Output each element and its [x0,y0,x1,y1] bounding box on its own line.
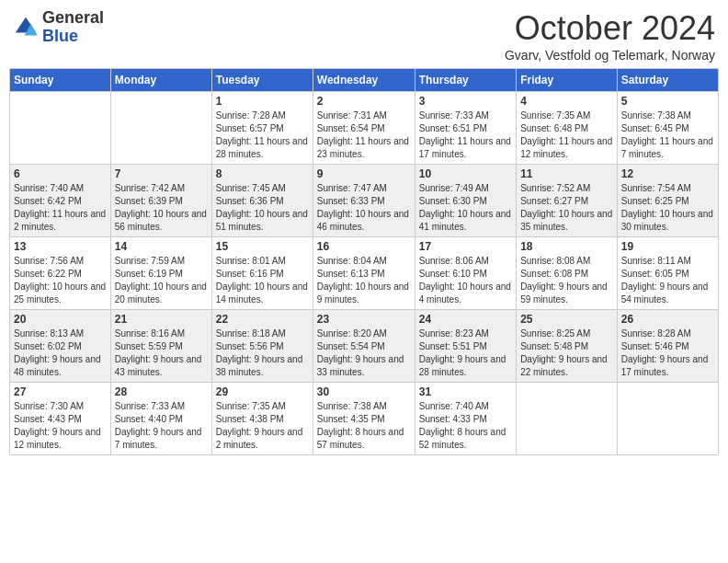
month-title: October 2024 [505,9,715,48]
day-number: 23 [317,313,411,326]
calendar-cell [617,383,718,455]
day-number: 8 [216,167,309,180]
day-number: 25 [520,313,613,326]
day-number: 17 [419,240,512,253]
calendar-cell: 4Sunrise: 7:35 AM Sunset: 6:48 PM Daylig… [517,92,618,165]
calendar-cell: 3Sunrise: 7:33 AM Sunset: 6:51 PM Daylig… [415,92,516,165]
calendar-cell: 15Sunrise: 8:01 AM Sunset: 6:16 PM Dayli… [211,237,313,310]
calendar-cell: 28Sunrise: 7:33 AM Sunset: 4:40 PM Dayli… [110,383,211,455]
calendar-cell: 23Sunrise: 8:20 AM Sunset: 5:54 PM Dayli… [313,310,415,383]
day-info: Sunrise: 7:33 AM Sunset: 4:40 PM Dayligh… [115,400,208,452]
calendar-cell: 6Sunrise: 7:40 AM Sunset: 6:42 PM Daylig… [10,165,111,237]
day-info: Sunrise: 8:06 AM Sunset: 6:10 PM Dayligh… [419,255,512,306]
day-info: Sunrise: 8:28 AM Sunset: 5:46 PM Dayligh… [621,327,714,379]
calendar-cell [517,383,618,455]
calendar-table: SundayMondayTuesdayWednesdayThursdayFrid… [9,68,719,455]
day-number: 31 [419,385,512,398]
calendar-cell [10,92,111,165]
day-number: 3 [419,95,512,108]
day-number: 22 [216,313,309,326]
calendar-cell: 24Sunrise: 8:23 AM Sunset: 5:51 PM Dayli… [415,310,516,383]
calendar-cell: 10Sunrise: 7:49 AM Sunset: 6:30 PM Dayli… [415,165,516,237]
day-info: Sunrise: 7:45 AM Sunset: 6:36 PM Dayligh… [216,182,309,234]
day-number: 28 [115,385,208,398]
calendar-week-row: 13Sunrise: 7:56 AM Sunset: 6:22 PM Dayli… [10,237,719,310]
day-info: Sunrise: 7:35 AM Sunset: 6:48 PM Dayligh… [520,109,613,161]
day-number: 1 [216,95,309,108]
day-info: Sunrise: 7:54 AM Sunset: 6:25 PM Dayligh… [621,182,714,234]
calendar-cell: 21Sunrise: 8:16 AM Sunset: 5:59 PM Dayli… [110,310,211,383]
day-info: Sunrise: 7:59 AM Sunset: 6:19 PM Dayligh… [115,255,208,306]
calendar-cell: 14Sunrise: 7:59 AM Sunset: 6:19 PM Dayli… [110,237,211,310]
calendar-cell: 20Sunrise: 8:13 AM Sunset: 6:02 PM Dayli… [10,310,111,383]
calendar-cell: 31Sunrise: 7:40 AM Sunset: 4:33 PM Dayli… [415,383,516,455]
day-number: 19 [621,240,714,253]
calendar-cell: 11Sunrise: 7:52 AM Sunset: 6:27 PM Dayli… [517,165,618,237]
calendar-week-row: 1Sunrise: 7:28 AM Sunset: 6:57 PM Daylig… [10,92,719,165]
title-section: October 2024 Gvarv, Vestfold og Telemark… [505,9,715,63]
logo-icon [13,15,39,40]
calendar-cell: 1Sunrise: 7:28 AM Sunset: 6:57 PM Daylig… [211,92,313,165]
day-info: Sunrise: 8:01 AM Sunset: 6:16 PM Dayligh… [216,255,309,306]
calendar-cell: 12Sunrise: 7:54 AM Sunset: 6:25 PM Dayli… [617,165,718,237]
day-number: 20 [14,313,107,326]
calendar-week-row: 27Sunrise: 7:30 AM Sunset: 4:43 PM Dayli… [10,383,719,455]
day-info: Sunrise: 7:35 AM Sunset: 4:38 PM Dayligh… [216,400,309,452]
day-info: Sunrise: 8:08 AM Sunset: 6:08 PM Dayligh… [520,255,613,306]
day-info: Sunrise: 8:16 AM Sunset: 5:59 PM Dayligh… [115,327,208,379]
location: Gvarv, Vestfold og Telemark, Norway [505,48,715,63]
calendar-cell: 19Sunrise: 8:11 AM Sunset: 6:05 PM Dayli… [617,237,718,310]
day-number: 11 [520,167,613,180]
calendar-cell: 9Sunrise: 7:47 AM Sunset: 6:33 PM Daylig… [313,165,415,237]
day-number: 12 [621,167,714,180]
day-number: 30 [317,385,411,398]
logo-blue-text: Blue [42,28,104,46]
day-info: Sunrise: 7:40 AM Sunset: 4:33 PM Dayligh… [419,400,512,452]
day-number: 10 [419,167,512,180]
calendar-cell: 7Sunrise: 7:42 AM Sunset: 6:39 PM Daylig… [110,165,211,237]
day-info: Sunrise: 7:28 AM Sunset: 6:57 PM Dayligh… [216,109,309,161]
day-number: 6 [14,167,107,180]
day-info: Sunrise: 8:11 AM Sunset: 6:05 PM Dayligh… [621,255,714,306]
logo-general-text: General [42,9,104,28]
calendar-cell: 27Sunrise: 7:30 AM Sunset: 4:43 PM Dayli… [10,383,111,455]
day-number: 16 [317,240,411,253]
calendar-cell: 18Sunrise: 8:08 AM Sunset: 6:08 PM Dayli… [517,237,618,310]
day-number: 21 [115,313,208,326]
day-number: 9 [317,167,411,180]
day-number: 29 [216,385,309,398]
calendar-header-monday: Monday [110,69,211,92]
day-info: Sunrise: 8:20 AM Sunset: 5:54 PM Dayligh… [317,327,411,379]
calendar-cell: 17Sunrise: 8:06 AM Sunset: 6:10 PM Dayli… [415,237,516,310]
calendar-week-row: 20Sunrise: 8:13 AM Sunset: 6:02 PM Dayli… [10,310,719,383]
day-number: 2 [317,95,411,108]
day-number: 5 [621,95,714,108]
day-info: Sunrise: 7:31 AM Sunset: 6:54 PM Dayligh… [317,109,411,161]
day-info: Sunrise: 7:38 AM Sunset: 4:35 PM Dayligh… [317,400,411,452]
day-info: Sunrise: 8:25 AM Sunset: 5:48 PM Dayligh… [520,327,613,379]
day-info: Sunrise: 7:42 AM Sunset: 6:39 PM Dayligh… [115,182,208,234]
day-info: Sunrise: 7:56 AM Sunset: 6:22 PM Dayligh… [14,255,107,306]
day-info: Sunrise: 8:04 AM Sunset: 6:13 PM Dayligh… [317,255,411,306]
day-info: Sunrise: 8:23 AM Sunset: 5:51 PM Dayligh… [419,327,512,379]
day-number: 27 [14,385,107,398]
day-info: Sunrise: 7:52 AM Sunset: 6:27 PM Dayligh… [520,182,613,234]
calendar-header-thursday: Thursday [415,69,516,92]
calendar-cell: 16Sunrise: 8:04 AM Sunset: 6:13 PM Dayli… [313,237,415,310]
calendar-cell: 8Sunrise: 7:45 AM Sunset: 6:36 PM Daylig… [211,165,313,237]
calendar-cell: 26Sunrise: 8:28 AM Sunset: 5:46 PM Dayli… [617,310,718,383]
calendar-header-saturday: Saturday [617,69,718,92]
day-info: Sunrise: 7:47 AM Sunset: 6:33 PM Dayligh… [317,182,411,234]
calendar-cell [110,92,211,165]
calendar-cell: 22Sunrise: 8:18 AM Sunset: 5:56 PM Dayli… [211,310,313,383]
logo: General Blue [13,9,104,46]
calendar-cell: 30Sunrise: 7:38 AM Sunset: 4:35 PM Dayli… [313,383,415,455]
calendar-cell: 29Sunrise: 7:35 AM Sunset: 4:38 PM Dayli… [211,383,313,455]
calendar-cell: 25Sunrise: 8:25 AM Sunset: 5:48 PM Dayli… [517,310,618,383]
calendar-header-tuesday: Tuesday [211,69,313,92]
page-header: General Blue October 2024 Gvarv, Vestfol… [9,9,719,63]
day-info: Sunrise: 8:18 AM Sunset: 5:56 PM Dayligh… [216,327,309,379]
day-number: 14 [115,240,208,253]
day-info: Sunrise: 7:33 AM Sunset: 6:51 PM Dayligh… [419,109,512,161]
day-number: 24 [419,313,512,326]
